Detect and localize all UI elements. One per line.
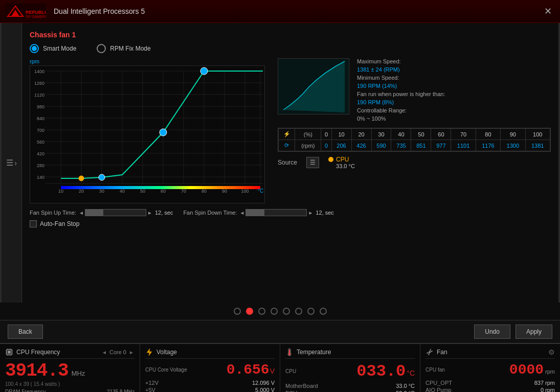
speed-info-text: Maximum Speed: 1381 ± 24 (RPM) Minimum S… [357, 58, 445, 124]
cpu-freq-icon [5, 348, 13, 356]
titlebar: REPUBLIC OF GAMERS Dual Intelligent Proc… [0, 0, 560, 23]
nav-dot-6[interactable] [295, 308, 302, 315]
rpm-40: 735 [391, 140, 411, 151]
curve-point-2[interactable] [99, 174, 105, 180]
nav-dot-1[interactable] [234, 308, 241, 315]
svg-text:100: 100 [241, 189, 249, 194]
smart-mode-option[interactable]: Smart Mode [30, 44, 76, 53]
spin-down-left-arrow[interactable]: ◄ [240, 210, 245, 216]
svg-text:280: 280 [37, 163, 44, 168]
fan-row-opt: CPU_OPT 837 rpm [425, 380, 555, 386]
chart-rpm-label: rpm [30, 58, 265, 64]
source-list-button[interactable]: ☰ [306, 157, 319, 168]
cpu-freq-title: CPU Frequency [16, 349, 60, 356]
mode-selectors: Smart Mode RPM Fix Mode [30, 44, 551, 53]
spin-down-slider[interactable]: ◄ ► [240, 209, 313, 216]
voltage-header: Voltage [145, 348, 275, 359]
volt-label-12v: +12V [145, 380, 159, 386]
fan-val-opt: 837 rpm [534, 380, 555, 386]
nav-dot-5[interactable] [283, 308, 290, 315]
range-val: 0% ~ 100% [357, 116, 386, 122]
fan-settings: Fan Spin Up Time: ◄ ► 12, sec Fan Spin D… [30, 209, 551, 216]
sidebar-toggle[interactable]: ☰ › [2, 23, 22, 303]
pct-90: 90 [501, 129, 525, 140]
cpu-fan-label: CPU fan [425, 367, 445, 373]
undo-button[interactable]: Undo [474, 325, 510, 339]
rpm-fix-mode-option[interactable]: RPM Fix Mode [97, 44, 150, 53]
spin-up-left-arrow[interactable]: ◄ [79, 210, 84, 216]
rpm-fix-mode-radio[interactable] [97, 44, 106, 53]
min-speed-label: Minimum Speed: [357, 75, 399, 81]
back-button[interactable]: Back [8, 325, 43, 339]
fan-row-aio: AIO Pump 0 rpm [425, 387, 555, 392]
rpm-100: 1381 [525, 140, 550, 151]
curve-point-3[interactable] [160, 129, 167, 136]
svg-text:80: 80 [201, 189, 207, 194]
smart-mode-label: Smart Mode [43, 45, 76, 52]
cpu-dram: DRAM Frequency 2135.8 MHz [5, 389, 135, 392]
pct-0: 0 [321, 129, 331, 140]
spin-down-right-arrow[interactable]: ► [308, 210, 313, 216]
fan-chart[interactable]: rpm [30, 58, 265, 205]
power-label: Fan run when power is higher than: [357, 91, 445, 97]
core-next-arrow[interactable]: ► [128, 349, 135, 355]
nav-dot-2[interactable] [246, 308, 253, 315]
nav-dot-3[interactable] [258, 308, 265, 315]
cpu-sub-info: 100.4 x 39 ( 15.4 watts ) [5, 381, 135, 387]
temp-row-mb: MotherBoard 33.0 °C [285, 383, 415, 389]
svg-rect-50 [8, 351, 11, 354]
nav-dot-7[interactable] [307, 308, 315, 315]
spin-up-slider[interactable]: ◄ ► [79, 209, 152, 216]
rpm-30: 590 [371, 140, 391, 151]
svg-text:90: 90 [222, 189, 227, 194]
nav-dot-4[interactable] [271, 308, 278, 315]
apply-button[interactable]: Apply [516, 325, 552, 339]
dram-val: 2135.8 MHz [107, 389, 135, 392]
rpm-60: 977 [431, 140, 451, 151]
cpu-core-volt-value: 0.656 [227, 362, 270, 378]
close-button[interactable]: ✕ [541, 4, 555, 18]
volt-label-5v: +5V [145, 387, 155, 392]
spin-down-track[interactable] [245, 209, 307, 216]
auto-fan-stop[interactable]: Auto-Fan Stop [30, 220, 551, 227]
spin-up-track[interactable] [85, 209, 146, 216]
temp-icon [285, 348, 294, 356]
svg-text:REPUBLIC: REPUBLIC [26, 10, 46, 15]
rpm-0: 0 [321, 140, 331, 151]
cpu-freq-value: 3914.3 [5, 362, 69, 380]
svg-text:10: 10 [58, 189, 63, 194]
svg-point-68 [429, 351, 431, 353]
svg-text:840: 840 [37, 116, 44, 121]
cpu-core-volt-label: CPU Core Voltage [145, 367, 187, 373]
min-speed-val: 190 RPM (14%) [357, 83, 397, 89]
rpm-icon: ⟳ [279, 140, 295, 151]
curve-point-4[interactable] [200, 67, 208, 75]
volt-val-5v: 5.000 V [255, 387, 275, 392]
rpm-50: 851 [411, 140, 431, 151]
speed-curve-preview [278, 58, 349, 114]
cpu-freq-unit: MHz [72, 370, 85, 377]
rpm-80: 1176 [476, 140, 500, 151]
nav-dot-8[interactable] [320, 308, 327, 315]
rpm-fix-mode-label: RPM Fix Mode [110, 45, 150, 52]
spin-down-val: 12, sec [316, 210, 333, 216]
core-prev-arrow[interactable]: ◄ [101, 349, 107, 355]
cpu-frequency-section: CPU Frequency ◄ Core 0 ► 3914.3 MHz 100.… [0, 344, 140, 392]
fan-chart-svg[interactable]: 1400 1260 1120 980 840 700 560 420 280 1… [30, 65, 265, 203]
settings-gear-icon[interactable]: ⚙ [548, 348, 555, 356]
fan-section: Fan ⚙ CPU fan 0000 rpm CPU_OPT 837 rpm A… [420, 344, 560, 392]
svg-text:60: 60 [161, 189, 166, 194]
temp-label-mb: MotherBoard [285, 383, 318, 389]
cpu-source-dot [328, 157, 333, 162]
spin-up-right-arrow[interactable]: ► [147, 210, 152, 216]
svg-text:20: 20 [79, 189, 84, 194]
smart-mode-radio[interactable] [30, 44, 39, 53]
max-speed-val: 1381 ± 24 (RPM) [357, 66, 400, 73]
fan-icon [425, 348, 434, 356]
auto-fan-checkbox[interactable] [30, 220, 37, 227]
cpu-temp-unit: °C [407, 369, 415, 377]
rpm-header: (rpm) [295, 140, 321, 151]
temp-header: Temperature [285, 348, 415, 359]
curve-point-1[interactable] [79, 176, 84, 181]
rpm-10: 206 [331, 140, 351, 151]
